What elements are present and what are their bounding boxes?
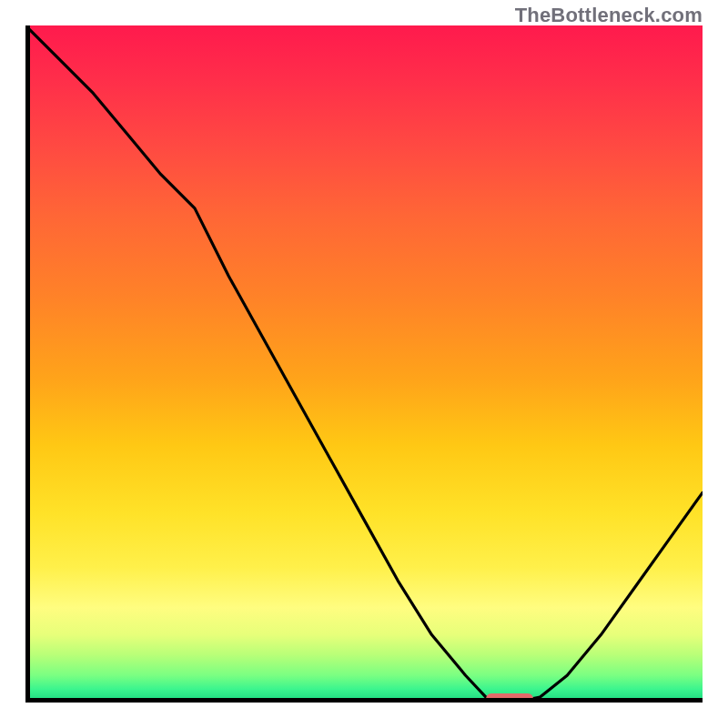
watermark-text: TheBottleneck.com: [515, 4, 703, 27]
bottleneck-chart: TheBottleneck.com: [0, 0, 728, 728]
optimal-marker: [486, 693, 533, 703]
plot-area: [25, 25, 703, 703]
curve-layer: [25, 25, 703, 703]
bottleneck-curve: [25, 25, 703, 702]
